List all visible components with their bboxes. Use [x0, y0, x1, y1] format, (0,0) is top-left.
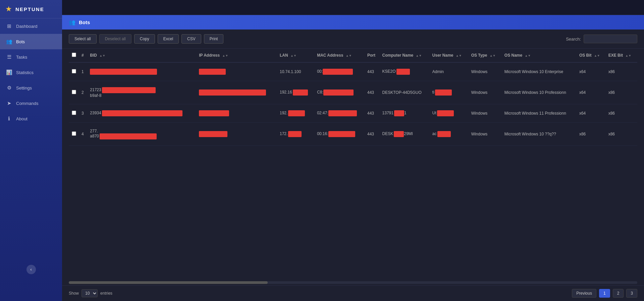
row-computer-name: DESKTOP-44D5GUO [380, 81, 430, 104]
page-3-button[interactable]: 3 [626, 289, 637, 298]
row-computer-name: 137911 [380, 104, 430, 123]
col-ip[interactable]: IP Address ▲▼ [196, 49, 277, 62]
select-all-button[interactable]: Select all [69, 34, 97, 44]
col-lan[interactable]: LAN ▲▼ [277, 49, 314, 62]
row-ip [196, 104, 277, 123]
dashboard-icon: ⊞ [6, 23, 12, 29]
search-label: Search: [566, 37, 581, 42]
previous-button[interactable]: Previous [572, 289, 596, 298]
sidebar-item-label: Bots [16, 39, 25, 44]
row-checkbox[interactable] [72, 90, 76, 94]
row-lan: 192.16 [277, 81, 314, 104]
table-row: 1 10.74.1.100 00: 443 KSE2O Admin Window… [69, 62, 637, 81]
row-num: 4 [79, 123, 87, 146]
show-label: Show [69, 291, 79, 296]
settings-icon: ⚙ [6, 85, 12, 91]
tasks-icon: ☰ [6, 54, 12, 60]
select-all-checkbox[interactable] [72, 53, 76, 57]
row-lan: 172. [277, 123, 314, 146]
row-checkbox-cell[interactable] [69, 123, 79, 146]
row-computer-name: DESK29MI [380, 123, 430, 146]
sidebar-collapse-button[interactable]: ‹ [26, 265, 36, 274]
row-exe-bit: x86 [606, 62, 637, 81]
row-user-name: Admin [430, 62, 469, 81]
search-area: Search: [566, 35, 637, 43]
row-user-name: Ut [430, 104, 469, 123]
row-port: 443 [365, 62, 380, 81]
row-os-type: Windows [469, 81, 502, 104]
sidebar-item-label: Settings [16, 85, 32, 91]
row-os-bit: x64 [577, 81, 606, 104]
sort-icon: ▲▼ [456, 54, 462, 57]
row-lan: 192. [277, 104, 314, 123]
entries-per-page-select[interactable]: 10 25 50 [82, 289, 98, 297]
sidebar-item-about[interactable]: ℹ About [0, 111, 62, 126]
col-exe-bit[interactable]: EXE Bit ▲▼ [606, 49, 637, 62]
col-computer-name[interactable]: Computer Name ▲▼ [380, 49, 430, 62]
sidebar-item-label: About [16, 116, 28, 121]
col-user-name[interactable]: User Name ▲▼ [430, 49, 469, 62]
row-checkbox[interactable] [72, 69, 76, 73]
star-icon: ★ [5, 5, 12, 13]
row-os-bit: x64 [577, 104, 606, 123]
row-port: 443 [365, 123, 380, 146]
sort-icon: ▲▼ [594, 54, 600, 57]
page-title: Bots [79, 19, 90, 25]
search-input[interactable] [584, 35, 637, 43]
row-os-bit: x64 [577, 62, 606, 81]
app-name: NEPTUNE [15, 6, 44, 12]
col-os-name[interactable]: OS Name ▲▼ [502, 49, 577, 62]
row-os-type: Windows [469, 104, 502, 123]
sort-icon: ▲▼ [490, 54, 496, 57]
col-mac[interactable]: MAC Address ▲▼ [314, 49, 365, 62]
csv-button[interactable]: CSV [181, 34, 201, 44]
sidebar-item-bots[interactable]: 👥 Bots [0, 34, 62, 49]
sidebar-item-tasks[interactable]: ☰ Tasks [0, 49, 62, 65]
row-num: 3 [79, 104, 87, 123]
col-os-bit[interactable]: OS Bit ▲▼ [577, 49, 606, 62]
table-header-row: # BID ▲▼ IP Address ▲▼ LAN ▲▼ MAC Addres… [69, 49, 637, 62]
page-2-button[interactable]: 2 [613, 289, 624, 298]
row-checkbox-cell[interactable] [69, 104, 79, 123]
sidebar-item-commands[interactable]: ➤ Commands [0, 96, 62, 111]
copy-button[interactable]: Copy [134, 34, 155, 44]
sort-icon: ▲▼ [222, 54, 228, 57]
row-lan: 10.74.1.100 [277, 62, 314, 81]
row-user-name: ti [430, 81, 469, 104]
row-os-bit: x86 [577, 123, 606, 146]
row-bid: 277.a870 [87, 123, 196, 146]
header-checkbox[interactable] [69, 49, 79, 62]
col-os-type[interactable]: OS Type ▲▼ [469, 49, 502, 62]
row-exe-bit: x86 [606, 81, 637, 104]
col-port: Port [365, 49, 380, 62]
row-os-type: Windows [469, 123, 502, 146]
row-mac: 00: [314, 62, 365, 81]
sidebar-item-label: Commands [16, 101, 38, 106]
row-checkbox-cell[interactable] [69, 81, 79, 104]
horizontal-scrollbar[interactable] [69, 281, 637, 284]
sidebar-item-statistics[interactable]: 📊 Statistics [0, 65, 62, 80]
row-port: 443 [365, 104, 380, 123]
sort-icon: ▲▼ [625, 54, 631, 57]
about-icon: ℹ [6, 116, 12, 122]
print-button[interactable]: Print [204, 34, 224, 44]
row-bid: 23934 [87, 104, 196, 123]
col-bid[interactable]: BID ▲▼ [87, 49, 196, 62]
sidebar-item-settings[interactable]: ⚙ Settings [0, 80, 62, 96]
page-header: 👥 Bots [62, 15, 644, 29]
excel-button[interactable]: Excel [158, 34, 179, 44]
row-checkbox[interactable] [72, 111, 76, 115]
row-checkbox[interactable] [72, 131, 76, 136]
row-mac: C8: [314, 81, 365, 104]
page-1-button[interactable]: 1 [599, 289, 610, 298]
page-icon: 👥 [69, 19, 75, 25]
sidebar-item-dashboard[interactable]: ⊞ Dashboard [0, 18, 62, 34]
row-checkbox-cell[interactable] [69, 62, 79, 81]
row-computer-name: KSE2O [380, 62, 430, 81]
table-row: 4 277.a870 172. 00:16: 443 DESK29MI ac W… [69, 123, 637, 146]
deselect-all-button[interactable]: Deselect all [99, 34, 131, 44]
row-exe-bit: x86 [606, 123, 637, 146]
sidebar-item-label: Dashboard [16, 24, 38, 29]
sort-icon: ▲▼ [99, 54, 105, 57]
col-num: # [79, 49, 87, 62]
